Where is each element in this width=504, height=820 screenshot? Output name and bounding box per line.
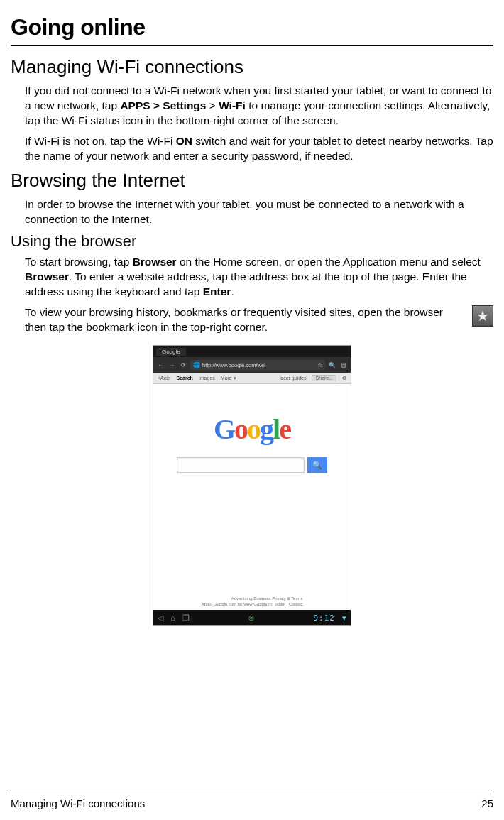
screenshot-subnav: +Acer Search Images More ▾ acer guides S…	[153, 373, 351, 384]
bold-enter: Enter	[203, 285, 231, 297]
text: . To enter a website address, tap the ad…	[25, 270, 467, 297]
browser-screenshot: Google ← → ⟳ 🌐 http://www.google.com/wel…	[153, 345, 351, 626]
logo-g4: g	[260, 412, 273, 446]
text: To start browsing, tap	[25, 256, 133, 268]
heading-wifi: Managing Wi-Fi connections	[11, 56, 493, 78]
screenshot-search-row: 🔍	[177, 457, 327, 473]
nav-wifi-icon: ▾	[342, 613, 346, 623]
footer-page-number: 25	[481, 797, 493, 809]
page-title: Going online	[11, 14, 493, 40]
heading-browsing: Browsing the Internet	[11, 170, 493, 192]
screenshot-system-bar: ◁ ⌂ ❐ ◎ 9:12 ▾	[153, 610, 351, 625]
nav-recent-icon: ❐	[182, 613, 190, 623]
page-footer: Managing Wi-Fi connections 25	[11, 794, 493, 809]
logo-g1: G	[214, 412, 234, 446]
using-browser-paragraph-1: To start browsing, tap Browser on the Ho…	[25, 255, 493, 300]
nav-center-icon: ◎	[197, 614, 307, 621]
using-browser-paragraph-2: To view your browsing history, bookmarks…	[25, 305, 493, 335]
wifi-paragraph-1: If you did not connect to a Wi-Fi networ…	[25, 84, 493, 129]
screenshot-search-box	[177, 457, 305, 473]
google-logo: G o o g l e	[214, 412, 290, 446]
bookmark-star-icon: ★	[472, 305, 493, 327]
text: .	[231, 285, 234, 297]
bold-browser-2: Browser	[25, 270, 69, 283]
subnav-user: acer guides	[280, 376, 306, 381]
star-outline-icon: ☆	[317, 362, 322, 368]
logo-g2: o	[234, 412, 247, 446]
heading-using-browser: Using the browser	[11, 232, 493, 251]
text: >	[206, 99, 219, 111]
reload-icon: ⟳	[179, 362, 187, 368]
subnav-search: Search	[176, 376, 192, 381]
title-rule	[11, 45, 493, 46]
footer-left: Managing Wi-Fi connections	[11, 797, 145, 809]
gear-icon: ⚙	[342, 376, 346, 381]
text: on the Home screen, or open the Applicat…	[177, 256, 481, 268]
url-text: http://www.google.com/wel	[202, 362, 265, 368]
bold-wifi: Wi-Fi	[219, 99, 246, 111]
screenshot-search-button: 🔍	[307, 457, 327, 473]
bold-on: ON	[176, 135, 192, 147]
nav-clock: 9:12	[314, 613, 336, 623]
screenshot-toolbar: ← → ⟳ 🌐 http://www.google.com/wel ☆ 🔍 ▤	[153, 357, 351, 373]
search-icon: 🔍	[328, 362, 336, 368]
subnav-more: More ▾	[221, 376, 236, 381]
globe-icon: 🌐	[193, 362, 200, 368]
wifi-paragraph-2: If Wi-Fi is not on, tap the Wi-Fi ON swi…	[25, 134, 493, 164]
screenshot-tabbar: Google	[153, 346, 351, 357]
screenshot-content: G o o g l e 🔍 Advertising Business Priva…	[153, 384, 351, 610]
forward-icon: →	[168, 362, 176, 368]
logo-g3: o	[247, 412, 260, 446]
logo-g5: l	[273, 412, 279, 446]
footer-links-line2: About Google.com.tw View Google in: Tabl…	[202, 602, 303, 608]
subnav-images: Images	[199, 376, 215, 381]
bold-apps-settings: APPS > Settings	[120, 99, 206, 111]
bold-browser-1: Browser	[133, 256, 177, 268]
text: To view your browsing history, bookmarks…	[25, 305, 466, 335]
subnav-plus: +Acer	[158, 376, 170, 381]
screenshot-url-bar: 🌐 http://www.google.com/wel ☆	[190, 360, 325, 370]
footer-links-line1: Advertising Business Privacy & Terms	[202, 596, 303, 602]
nav-back-icon: ◁	[158, 613, 163, 623]
text: If Wi-Fi is not on, tap the Wi-Fi	[25, 135, 176, 147]
nav-home-icon: ⌂	[170, 613, 175, 622]
bookmarks-icon: ▤	[339, 362, 348, 368]
logo-g6: e	[279, 412, 290, 446]
subnav-share: Share...	[312, 375, 336, 381]
browsing-paragraph-1: In order to browse the Internet with you…	[25, 197, 493, 227]
screenshot-tab: Google	[156, 348, 186, 356]
screenshot-footer-links: Advertising Business Privacy & Terms Abo…	[197, 594, 307, 610]
back-icon: ←	[156, 362, 165, 368]
